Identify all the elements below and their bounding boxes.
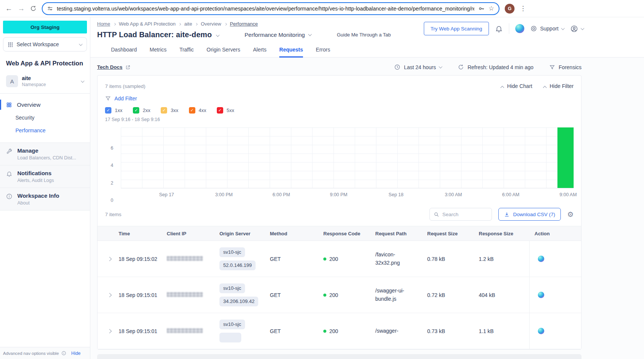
hide-chart-toggle[interactable]: Hide Chart xyxy=(501,83,532,89)
browser-reload-icon[interactable] xyxy=(30,5,37,12)
try-web-app-scanning-button[interactable]: Try Web App Scanning xyxy=(424,22,489,35)
row-expand-icon[interactable] xyxy=(107,329,111,333)
support-label: Support xyxy=(540,26,559,32)
url-text[interactable]: testing.staging.volterra.us/web/workspac… xyxy=(57,6,474,12)
bell-icon xyxy=(6,171,12,177)
breadcrumb-item[interactable]: aite xyxy=(184,21,192,27)
browser-back-icon[interactable]: ← xyxy=(5,5,12,12)
action-sphere-icon[interactable] xyxy=(538,328,544,334)
sidebar-item-manage[interactable]: Manage Load Balancers, CDN Dist... xyxy=(0,142,90,165)
cell-request-size: 0.73 kB xyxy=(422,328,473,334)
hide-nav-link[interactable]: Hide xyxy=(71,351,81,356)
cell-action xyxy=(529,313,582,349)
support-menu[interactable]: Support xyxy=(530,25,564,32)
status-filter-3xx[interactable]: ✓ 3xx xyxy=(161,107,178,114)
browser-menu-icon[interactable]: ⋮ xyxy=(520,5,526,12)
tab-metrics[interactable]: Metrics xyxy=(150,47,167,57)
workspace-selector[interactable]: Select Workspace xyxy=(3,37,87,52)
checkbox-checked-icon[interactable]: ✓ xyxy=(105,107,111,114)
cell-client-ip xyxy=(161,328,214,334)
page-title: HTTP Load Balancer: aite-demo xyxy=(97,30,212,39)
checkbox-checked-icon[interactable]: ✓ xyxy=(133,107,139,114)
add-filter-button[interactable]: Add Filter xyxy=(97,95,581,101)
title-dropdown-icon[interactable] xyxy=(216,33,219,37)
funnel-icon xyxy=(105,95,111,101)
status-filter-5xx[interactable]: ✓ 5xx xyxy=(217,107,234,114)
row-expand-icon[interactable] xyxy=(107,257,111,261)
cell-time: 18 Sep 09:15:02 xyxy=(113,256,161,262)
url-bar[interactable]: testing.staging.volterra.us/web/workspac… xyxy=(42,2,499,15)
column-header-response-code: Response Code xyxy=(318,231,370,236)
namespace-selector[interactable]: A aite Namespace xyxy=(0,72,90,94)
cell-response-code: 200 xyxy=(318,292,370,298)
horizontal-scrollbar[interactable] xyxy=(97,354,582,359)
status-dot-icon xyxy=(323,258,326,261)
tracking-protection-icon[interactable] xyxy=(47,6,53,12)
status-filter-2xx[interactable]: ✓ 2xx xyxy=(133,107,150,114)
sidebar-item-performance[interactable]: Performance xyxy=(0,124,90,137)
table-row[interactable]: 18 Sep 09:15:01 sv10-sjc GET 200 /swagge… xyxy=(97,313,581,349)
search-box[interactable] xyxy=(429,208,492,221)
browser-forward-icon[interactable]: → xyxy=(18,5,25,12)
response-code-value: 200 xyxy=(329,292,338,298)
main-content: HomeWeb App & API ProtectionaiteOverview… xyxy=(90,17,644,359)
chevron-down-icon xyxy=(308,32,312,36)
hide-filter-toggle[interactable]: Hide Filter xyxy=(544,83,574,89)
passkey-icon[interactable] xyxy=(478,5,485,12)
status-filter-4xx[interactable]: ✓ 4xx xyxy=(189,107,206,114)
checkbox-checked-icon[interactable]: ✓ xyxy=(161,107,167,114)
notifications-bell-icon[interactable] xyxy=(495,25,503,33)
breadcrumb-item[interactable]: Performance xyxy=(230,21,258,27)
breadcrumb-item[interactable]: Home xyxy=(97,21,110,27)
sidebar-item-workspace-info[interactable]: Workspace Info About xyxy=(0,188,90,211)
tab-errors[interactable]: Errors xyxy=(316,47,330,57)
origin-server-badge: 52.0.146.199 xyxy=(219,261,256,270)
support-icon xyxy=(530,25,537,32)
browser-profile-avatar[interactable]: G xyxy=(505,4,515,14)
org-banner[interactable]: Org Staging xyxy=(3,21,87,33)
refresh-button[interactable]: Refresh: Updated 4 min ago xyxy=(458,64,533,70)
x-axis-tick: 9:00 PM xyxy=(330,192,347,197)
status-filter-1xx[interactable]: ✓ 1xx xyxy=(105,107,122,114)
forensics-button[interactable]: Forensics xyxy=(549,64,582,70)
breadcrumb-item[interactable]: Overview xyxy=(201,21,221,27)
download-csv-button[interactable]: Download CSV (7) xyxy=(498,208,561,221)
user-menu[interactable] xyxy=(570,25,584,33)
column-header-client-ip: Client IP xyxy=(161,231,214,236)
table-row[interactable]: 18 Sep 09:15:01 sv10-sjc34.206.109.42 GE… xyxy=(97,277,581,313)
tab-traffic[interactable]: Traffic xyxy=(180,47,194,57)
breadcrumb-item[interactable]: Web App & API Protection xyxy=(119,21,176,27)
clock-icon xyxy=(394,64,400,70)
time-range-label: Last 24 hours xyxy=(404,64,436,70)
cell-time: 18 Sep 09:15:01 xyxy=(113,328,161,334)
action-sphere-icon[interactable] xyxy=(538,292,544,298)
bookmark-star-icon[interactable]: ☆ xyxy=(489,5,494,12)
tab-dashboard[interactable]: Dashboard xyxy=(111,47,137,57)
chevron-down-icon xyxy=(581,26,585,30)
tech-docs-link[interactable]: Tech Docs xyxy=(97,64,131,70)
view-selector[interactable]: Performance Monitoring xyxy=(245,32,311,38)
table-settings-gear-icon[interactable]: ⚙ xyxy=(567,211,574,218)
time-range-selector[interactable]: Last 24 hours xyxy=(394,64,442,70)
requests-table: TimeClient IPOrigin ServerMethodResponse… xyxy=(97,226,581,349)
table-row[interactable]: 18 Sep 09:15:02 sv10-sjc52.0.146.199 GET… xyxy=(97,241,581,277)
sidebar-item-notifications[interactable]: Notifications Alerts, Audit Logs xyxy=(0,165,90,188)
table-header-row: TimeClient IPOrigin ServerMethodResponse… xyxy=(97,226,581,241)
tab-origin-servers[interactable]: Origin Servers xyxy=(207,47,240,57)
search-icon xyxy=(434,212,439,217)
action-sphere-icon[interactable] xyxy=(538,256,544,262)
tab-requests[interactable]: Requests xyxy=(279,47,303,57)
sidebar-item-security[interactable]: Security xyxy=(0,111,90,124)
checkbox-checked-icon[interactable]: ✓ xyxy=(189,107,195,114)
section-label: Notifications xyxy=(17,170,54,176)
guide-me-link[interactable]: Guide Me Through a Tab xyxy=(337,32,391,38)
row-expand-icon[interactable] xyxy=(107,293,111,297)
brand-sphere-logo[interactable] xyxy=(515,24,524,33)
search-input[interactable] xyxy=(442,212,484,217)
sidebar-item-overview[interactable]: Overview xyxy=(0,98,90,111)
tab-alerts[interactable]: Alerts xyxy=(253,47,266,57)
chart-y-axis: 0246 xyxy=(97,127,119,200)
sidebar-footer: Advanced nav options visible Hide xyxy=(0,347,90,359)
checkbox-checked-icon[interactable]: ✓ xyxy=(217,107,223,114)
x-axis-tick: Sep 17 xyxy=(159,192,174,197)
